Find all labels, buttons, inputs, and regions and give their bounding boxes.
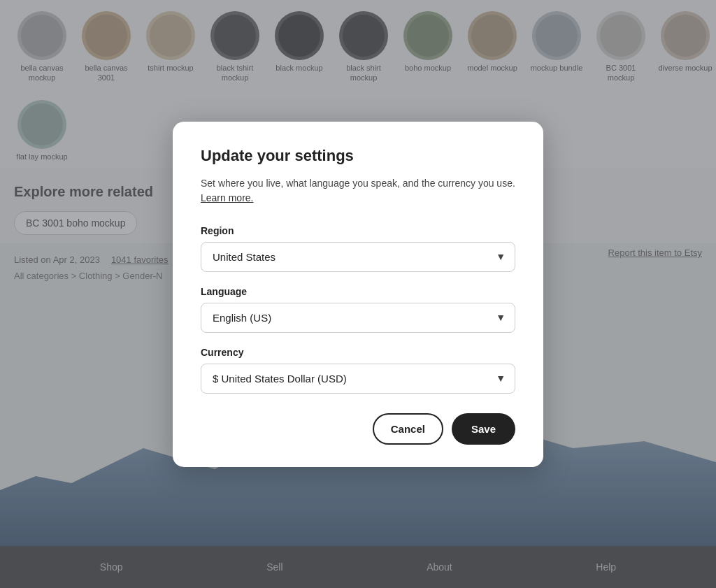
region-label: Region [201,225,515,236]
currency-select[interactable]: $ United States Dollar (USD) £ British P… [201,364,515,394]
save-button[interactable]: Save [452,413,515,445]
modal-actions: Cancel Save [201,413,515,445]
modal-description: Set where you live, what language you sp… [201,176,515,206]
region-select[interactable]: United States United Kingdom Canada Aust… [201,242,515,272]
language-select[interactable]: English (US) English (UK) French German [201,303,515,333]
language-select-wrapper: English (US) English (UK) French German … [201,303,515,333]
language-label: Language [201,286,515,297]
modal-overlay: Update your settings Set where you live,… [0,0,716,588]
cancel-button[interactable]: Cancel [373,413,443,445]
currency-label: Currency [201,347,515,358]
modal-title: Update your settings [201,147,515,165]
modal-description-text: Set where you live, what language you sp… [201,178,515,189]
currency-select-wrapper: $ United States Dollar (USD) £ British P… [201,364,515,394]
learn-more-link[interactable]: Learn more. [201,192,253,203]
settings-modal: Update your settings Set where you live,… [173,122,543,467]
region-select-wrapper: United States United Kingdom Canada Aust… [201,242,515,272]
